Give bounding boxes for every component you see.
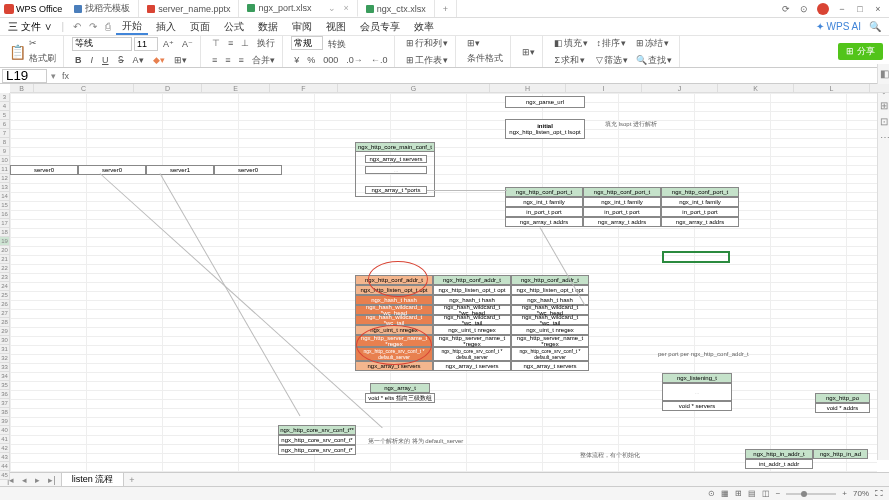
row-header-30[interactable]: 30 bbox=[0, 336, 10, 345]
row-header-4[interactable]: 4 bbox=[0, 102, 10, 111]
cell-void-servers[interactable]: void * servers bbox=[662, 401, 732, 411]
fill-color-button[interactable]: ◆▾ bbox=[150, 53, 168, 67]
view-read-icon[interactable]: ◫ bbox=[762, 489, 770, 498]
sum-button[interactable]: Σ 求和▾ bbox=[551, 52, 591, 69]
freeze-button[interactable]: ⊞ 冻结▾ bbox=[633, 35, 675, 52]
cell-defsrv-2[interactable]: ngx_http_core_srv_conf_t * default_serve… bbox=[433, 347, 511, 361]
row-header-19[interactable]: 19 bbox=[0, 237, 10, 246]
cell-port-1[interactable]: in_port_t port bbox=[505, 207, 583, 217]
col-header-F[interactable]: F bbox=[270, 84, 338, 93]
row-header-10[interactable]: 10 bbox=[0, 156, 10, 165]
row-header-34[interactable]: 34 bbox=[0, 372, 10, 381]
row-header-17[interactable]: 17 bbox=[0, 219, 10, 228]
sheet-prev-icon[interactable]: ◂ bbox=[19, 475, 30, 485]
col-header-G[interactable]: G bbox=[338, 84, 490, 93]
zoom-slider[interactable] bbox=[786, 493, 836, 495]
align-middle-icon[interactable]: ≡ bbox=[225, 35, 236, 52]
align-bottom-icon[interactable]: ⊥ bbox=[238, 35, 252, 52]
row-header-11[interactable]: 11 bbox=[0, 165, 10, 174]
cell-server1[interactable]: server1 bbox=[146, 165, 214, 175]
menu-view[interactable]: 视图 bbox=[320, 20, 352, 34]
cell-initial[interactable]: initialngx_http_listen_opt_t lsopt bbox=[505, 119, 585, 139]
row-header-23[interactable]: 23 bbox=[0, 273, 10, 282]
cell-parse-url[interactable]: ngx_parse_url bbox=[505, 96, 585, 108]
menu-redo-icon[interactable]: ↷ bbox=[86, 21, 100, 32]
zoom-value[interactable]: 70% bbox=[853, 489, 869, 498]
cell-conf-port-2[interactable]: ngx_http_conf_port_t bbox=[583, 187, 661, 197]
cell-listening[interactable]: ngx_listening_t bbox=[662, 373, 732, 383]
cell-addrs-2[interactable]: ngx_array_t addrs bbox=[583, 217, 661, 227]
font-select[interactable] bbox=[72, 37, 132, 51]
tab-ngx-ctx[interactable]: ngx_ctx.xlsx bbox=[358, 0, 435, 17]
rowcol-button[interactable]: ⊞ 行和列▾ bbox=[403, 35, 451, 52]
row-header-24[interactable]: 24 bbox=[0, 282, 10, 291]
row-header-9[interactable]: 9 bbox=[0, 147, 10, 156]
row-header-16[interactable]: 16 bbox=[0, 210, 10, 219]
cell-addrs-3[interactable]: ngx_array_t addrs bbox=[661, 217, 739, 227]
menu-formula[interactable]: 公式 bbox=[218, 20, 250, 34]
menu-insert[interactable]: 插入 bbox=[150, 20, 182, 34]
font-color-button[interactable]: A▾ bbox=[130, 53, 147, 67]
cell-reference-input[interactable] bbox=[2, 69, 47, 83]
row-header-27[interactable]: 27 bbox=[0, 309, 10, 318]
filter-button[interactable]: ▽ 筛选▾ bbox=[593, 52, 631, 69]
menu-page[interactable]: 页面 bbox=[184, 20, 216, 34]
format-painter-button[interactable]: 格式刷 bbox=[26, 50, 59, 67]
paste-icon[interactable]: 📋 bbox=[10, 45, 24, 59]
row-header-43[interactable]: 43 bbox=[0, 453, 10, 462]
sync-icon[interactable]: ⟳ bbox=[781, 4, 791, 14]
font-size-select[interactable] bbox=[134, 37, 158, 51]
tab-ngx-port[interactable]: ngx_port.xlsx⌄× bbox=[239, 0, 357, 17]
menu-review[interactable]: 审阅 bbox=[286, 20, 318, 34]
align-center-icon[interactable]: ≡ bbox=[222, 52, 233, 69]
col-header-B[interactable]: B bbox=[10, 84, 34, 93]
comma-icon[interactable]: 000 bbox=[320, 53, 341, 67]
cell-regex-3[interactable]: ngx_http_server_name_t *regex bbox=[511, 335, 589, 347]
tab-server-name[interactable]: server_name.pptx bbox=[139, 0, 239, 17]
row-header-8[interactable]: 8 bbox=[0, 138, 10, 147]
cell-regex-2[interactable]: ngx_http_server_name_t *regex bbox=[433, 335, 511, 347]
row-header-21[interactable]: 21 bbox=[0, 255, 10, 264]
row-header-25[interactable]: 25 bbox=[0, 291, 10, 300]
cell-port-2[interactable]: in_port_t port bbox=[583, 207, 661, 217]
row-header-29[interactable]: 29 bbox=[0, 327, 10, 336]
row-header-15[interactable]: 15 bbox=[0, 201, 10, 210]
cell-nregex-2[interactable]: ngx_uint_t nregex bbox=[433, 325, 511, 335]
row-header-40[interactable]: 40 bbox=[0, 426, 10, 435]
row-header-31[interactable]: 31 bbox=[0, 345, 10, 354]
row-header-44[interactable]: 44 bbox=[0, 462, 10, 471]
col-header-I[interactable]: I bbox=[566, 84, 642, 93]
menu-undo-icon[interactable]: ↶ bbox=[70, 21, 84, 32]
menu-save-icon[interactable]: ⎙ bbox=[102, 21, 114, 32]
cell-ngx-array[interactable]: ngx_array_t bbox=[370, 383, 430, 393]
maximize-button[interactable]: □ bbox=[855, 4, 865, 14]
cell-addrs-1[interactable]: ngx_array_t addrs bbox=[505, 217, 583, 227]
sheet-last-icon[interactable]: ▸| bbox=[45, 475, 58, 485]
transpose-button[interactable]: 转换 bbox=[325, 36, 349, 53]
table-style-button[interactable]: ⊞▾ bbox=[519, 45, 538, 59]
sheet-tab-listen[interactable]: listen 流程 bbox=[61, 472, 125, 487]
col-header-J[interactable]: J bbox=[642, 84, 718, 93]
row-header-39[interactable]: 39 bbox=[0, 417, 10, 426]
view-normal-icon[interactable]: ⊙ bbox=[708, 489, 715, 498]
view-custom-icon[interactable]: ▤ bbox=[748, 489, 756, 498]
col-header-H[interactable]: H bbox=[490, 84, 566, 93]
row-header-32[interactable]: 32 bbox=[0, 354, 10, 363]
tab-template[interactable]: 找稻壳模板 bbox=[66, 0, 139, 17]
row-header-28[interactable]: 28 bbox=[0, 318, 10, 327]
cell-conf-port-1[interactable]: ngx_http_conf_port_t bbox=[505, 187, 583, 197]
new-tab-button[interactable]: + bbox=[435, 0, 457, 17]
col-header-K[interactable]: K bbox=[718, 84, 794, 93]
file-menu[interactable]: 三 文件 ∨ bbox=[4, 20, 56, 34]
sidebar-more-icon[interactable]: ⋯ bbox=[880, 132, 888, 140]
cell-wctail-3[interactable]: ngx_hash_wildcard_t *wc_tail bbox=[511, 315, 589, 325]
border-button[interactable]: ⊞▾ bbox=[171, 53, 190, 67]
menu-members[interactable]: 会员专享 bbox=[354, 20, 406, 34]
number-format-select[interactable] bbox=[291, 36, 323, 50]
row-header-38[interactable]: 38 bbox=[0, 408, 10, 417]
sidebar-toggle-icon[interactable]: ◧ bbox=[880, 68, 888, 76]
row-header-14[interactable]: 14 bbox=[0, 192, 10, 201]
currency-icon[interactable]: ¥ bbox=[291, 53, 302, 67]
cell-http-port[interactable]: ngx_http_po bbox=[815, 393, 870, 403]
tab-dropdown-icon[interactable]: ⌄ bbox=[328, 3, 336, 13]
